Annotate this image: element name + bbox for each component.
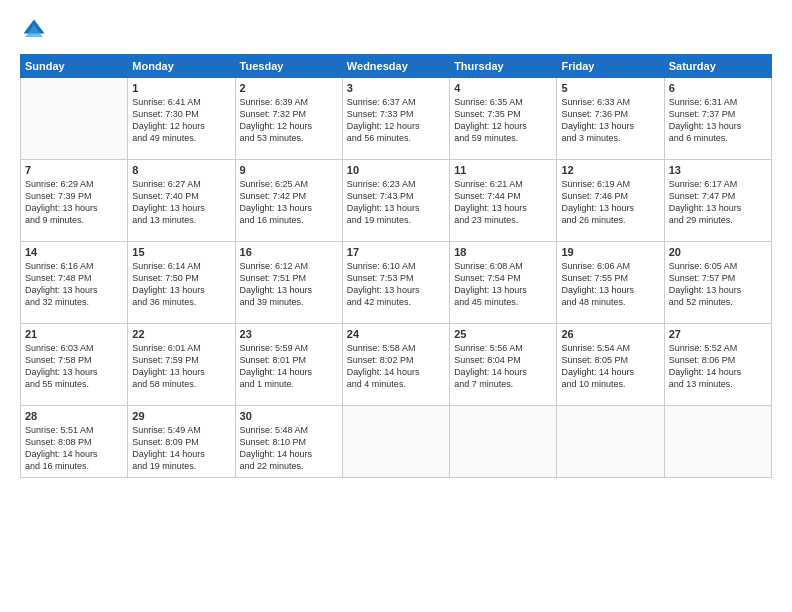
day-info: Sunrise: 5:59 AM Sunset: 8:01 PM Dayligh…	[240, 342, 338, 391]
day-number: 2	[240, 82, 338, 94]
header-cell-tuesday: Tuesday	[235, 55, 342, 78]
day-info: Sunrise: 6:19 AM Sunset: 7:46 PM Dayligh…	[561, 178, 659, 227]
day-cell: 11Sunrise: 6:21 AM Sunset: 7:44 PM Dayli…	[450, 160, 557, 242]
header-cell-wednesday: Wednesday	[342, 55, 449, 78]
day-info: Sunrise: 6:39 AM Sunset: 7:32 PM Dayligh…	[240, 96, 338, 145]
day-cell: 20Sunrise: 6:05 AM Sunset: 7:57 PM Dayli…	[664, 242, 771, 324]
day-info: Sunrise: 6:17 AM Sunset: 7:47 PM Dayligh…	[669, 178, 767, 227]
day-number: 8	[132, 164, 230, 176]
page: SundayMondayTuesdayWednesdayThursdayFrid…	[0, 0, 792, 612]
day-cell	[450, 406, 557, 478]
day-info: Sunrise: 6:03 AM Sunset: 7:58 PM Dayligh…	[25, 342, 123, 391]
day-info: Sunrise: 6:37 AM Sunset: 7:33 PM Dayligh…	[347, 96, 445, 145]
day-number: 6	[669, 82, 767, 94]
day-cell: 8Sunrise: 6:27 AM Sunset: 7:40 PM Daylig…	[128, 160, 235, 242]
day-info: Sunrise: 6:33 AM Sunset: 7:36 PM Dayligh…	[561, 96, 659, 145]
day-info: Sunrise: 5:58 AM Sunset: 8:02 PM Dayligh…	[347, 342, 445, 391]
day-info: Sunrise: 6:05 AM Sunset: 7:57 PM Dayligh…	[669, 260, 767, 309]
header-cell-sunday: Sunday	[21, 55, 128, 78]
day-cell: 18Sunrise: 6:08 AM Sunset: 7:54 PM Dayli…	[450, 242, 557, 324]
day-number: 15	[132, 246, 230, 258]
day-number: 18	[454, 246, 552, 258]
day-info: Sunrise: 6:12 AM Sunset: 7:51 PM Dayligh…	[240, 260, 338, 309]
day-info: Sunrise: 5:51 AM Sunset: 8:08 PM Dayligh…	[25, 424, 123, 473]
day-cell: 9Sunrise: 6:25 AM Sunset: 7:42 PM Daylig…	[235, 160, 342, 242]
day-cell	[557, 406, 664, 478]
day-number: 16	[240, 246, 338, 258]
day-cell: 30Sunrise: 5:48 AM Sunset: 8:10 PM Dayli…	[235, 406, 342, 478]
day-number: 3	[347, 82, 445, 94]
day-info: Sunrise: 6:41 AM Sunset: 7:30 PM Dayligh…	[132, 96, 230, 145]
day-info: Sunrise: 6:10 AM Sunset: 7:53 PM Dayligh…	[347, 260, 445, 309]
day-cell: 29Sunrise: 5:49 AM Sunset: 8:09 PM Dayli…	[128, 406, 235, 478]
day-cell	[664, 406, 771, 478]
day-number: 27	[669, 328, 767, 340]
day-number: 30	[240, 410, 338, 422]
day-info: Sunrise: 6:25 AM Sunset: 7:42 PM Dayligh…	[240, 178, 338, 227]
day-info: Sunrise: 6:29 AM Sunset: 7:39 PM Dayligh…	[25, 178, 123, 227]
day-number: 28	[25, 410, 123, 422]
day-cell: 3Sunrise: 6:37 AM Sunset: 7:33 PM Daylig…	[342, 78, 449, 160]
day-cell: 5Sunrise: 6:33 AM Sunset: 7:36 PM Daylig…	[557, 78, 664, 160]
day-cell: 17Sunrise: 6:10 AM Sunset: 7:53 PM Dayli…	[342, 242, 449, 324]
day-info: Sunrise: 5:56 AM Sunset: 8:04 PM Dayligh…	[454, 342, 552, 391]
day-number: 7	[25, 164, 123, 176]
day-number: 20	[669, 246, 767, 258]
header	[20, 16, 772, 44]
day-cell: 6Sunrise: 6:31 AM Sunset: 7:37 PM Daylig…	[664, 78, 771, 160]
day-info: Sunrise: 6:23 AM Sunset: 7:43 PM Dayligh…	[347, 178, 445, 227]
day-number: 26	[561, 328, 659, 340]
day-cell: 10Sunrise: 6:23 AM Sunset: 7:43 PM Dayli…	[342, 160, 449, 242]
day-info: Sunrise: 5:49 AM Sunset: 8:09 PM Dayligh…	[132, 424, 230, 473]
day-cell: 4Sunrise: 6:35 AM Sunset: 7:35 PM Daylig…	[450, 78, 557, 160]
day-number: 10	[347, 164, 445, 176]
day-info: Sunrise: 6:08 AM Sunset: 7:54 PM Dayligh…	[454, 260, 552, 309]
day-info: Sunrise: 6:35 AM Sunset: 7:35 PM Dayligh…	[454, 96, 552, 145]
day-cell: 27Sunrise: 5:52 AM Sunset: 8:06 PM Dayli…	[664, 324, 771, 406]
day-cell: 15Sunrise: 6:14 AM Sunset: 7:50 PM Dayli…	[128, 242, 235, 324]
header-cell-friday: Friday	[557, 55, 664, 78]
day-number: 4	[454, 82, 552, 94]
day-info: Sunrise: 6:01 AM Sunset: 7:59 PM Dayligh…	[132, 342, 230, 391]
day-cell: 26Sunrise: 5:54 AM Sunset: 8:05 PM Dayli…	[557, 324, 664, 406]
week-row-1: 7Sunrise: 6:29 AM Sunset: 7:39 PM Daylig…	[21, 160, 772, 242]
day-number: 17	[347, 246, 445, 258]
day-cell: 1Sunrise: 6:41 AM Sunset: 7:30 PM Daylig…	[128, 78, 235, 160]
day-info: Sunrise: 5:52 AM Sunset: 8:06 PM Dayligh…	[669, 342, 767, 391]
day-number: 5	[561, 82, 659, 94]
day-cell: 21Sunrise: 6:03 AM Sunset: 7:58 PM Dayli…	[21, 324, 128, 406]
day-number: 9	[240, 164, 338, 176]
day-number: 1	[132, 82, 230, 94]
day-cell: 7Sunrise: 6:29 AM Sunset: 7:39 PM Daylig…	[21, 160, 128, 242]
day-cell: 13Sunrise: 6:17 AM Sunset: 7:47 PM Dayli…	[664, 160, 771, 242]
header-cell-thursday: Thursday	[450, 55, 557, 78]
calendar-table: SundayMondayTuesdayWednesdayThursdayFrid…	[20, 54, 772, 478]
day-cell: 2Sunrise: 6:39 AM Sunset: 7:32 PM Daylig…	[235, 78, 342, 160]
day-cell: 22Sunrise: 6:01 AM Sunset: 7:59 PM Dayli…	[128, 324, 235, 406]
day-cell: 25Sunrise: 5:56 AM Sunset: 8:04 PM Dayli…	[450, 324, 557, 406]
day-number: 13	[669, 164, 767, 176]
day-number: 24	[347, 328, 445, 340]
day-cell: 23Sunrise: 5:59 AM Sunset: 8:01 PM Dayli…	[235, 324, 342, 406]
day-cell: 12Sunrise: 6:19 AM Sunset: 7:46 PM Dayli…	[557, 160, 664, 242]
week-row-0: 1Sunrise: 6:41 AM Sunset: 7:30 PM Daylig…	[21, 78, 772, 160]
header-row: SundayMondayTuesdayWednesdayThursdayFrid…	[21, 55, 772, 78]
logo	[20, 16, 52, 44]
day-number: 23	[240, 328, 338, 340]
day-number: 11	[454, 164, 552, 176]
day-info: Sunrise: 6:31 AM Sunset: 7:37 PM Dayligh…	[669, 96, 767, 145]
day-number: 25	[454, 328, 552, 340]
day-cell	[342, 406, 449, 478]
day-number: 22	[132, 328, 230, 340]
day-info: Sunrise: 6:14 AM Sunset: 7:50 PM Dayligh…	[132, 260, 230, 309]
day-number: 12	[561, 164, 659, 176]
day-info: Sunrise: 6:06 AM Sunset: 7:55 PM Dayligh…	[561, 260, 659, 309]
logo-icon	[20, 16, 48, 44]
day-info: Sunrise: 5:48 AM Sunset: 8:10 PM Dayligh…	[240, 424, 338, 473]
week-row-4: 28Sunrise: 5:51 AM Sunset: 8:08 PM Dayli…	[21, 406, 772, 478]
day-cell: 24Sunrise: 5:58 AM Sunset: 8:02 PM Dayli…	[342, 324, 449, 406]
day-cell	[21, 78, 128, 160]
day-number: 14	[25, 246, 123, 258]
day-cell: 28Sunrise: 5:51 AM Sunset: 8:08 PM Dayli…	[21, 406, 128, 478]
day-cell: 14Sunrise: 6:16 AM Sunset: 7:48 PM Dayli…	[21, 242, 128, 324]
